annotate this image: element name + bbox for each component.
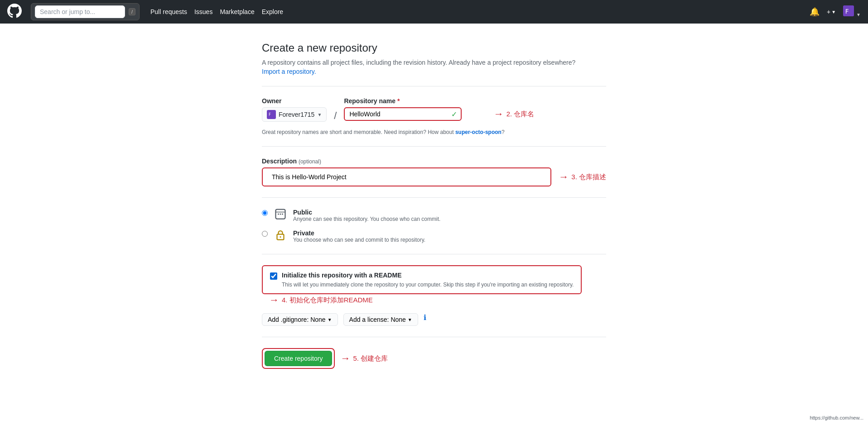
addons-row: Add .gitignore: None ▼ Add a license: No… (262, 313, 606, 326)
svg-text:F: F (845, 8, 849, 15)
nav-marketplace[interactable]: Marketplace (220, 8, 254, 15)
main-content: Create a new repository A repository con… (253, 42, 615, 369)
annotation-4: → 4. 初始化仓库时添加README (269, 294, 373, 306)
divider-5 (262, 337, 606, 337)
valid-checkmark-icon: ✓ (451, 110, 457, 119)
annotation-3: → 3. 仓库描述 (559, 171, 606, 183)
create-section: Create repository → 5. 创建仓库 (262, 348, 606, 369)
description-label: Description (optional) (262, 158, 321, 165)
visibility-section: Public Anyone can see this repository. Y… (262, 209, 606, 243)
gitignore-button[interactable]: Add .gitignore: None ▼ (262, 313, 338, 326)
nav-links: Pull requests Issues Marketplace Explore (150, 8, 283, 15)
page-title: Create a new repository (262, 42, 606, 54)
nav-explore[interactable]: Explore (262, 8, 283, 15)
public-desc: Anyone can see this repository. You choo… (293, 216, 440, 222)
private-option: Private You choose who can see and commi… (262, 229, 606, 243)
owner-label: Owner (262, 97, 327, 105)
divider-3 (262, 197, 606, 198)
svg-point-6 (280, 214, 281, 215)
gitignore-dropdown-icon: ▼ (328, 317, 332, 322)
private-option-text: Private You choose who can see and commi… (293, 229, 425, 243)
notifications-icon[interactable]: 🔔 (810, 7, 820, 17)
navbar-right: 🔔 + ▼ F ▼ (810, 5, 861, 19)
nav-issues[interactable]: Issues (194, 8, 212, 15)
private-label: Private (293, 229, 425, 237)
repo-name-group: Repository name * ✓ → 2. 仓库名 (344, 97, 462, 121)
required-indicator: * (397, 97, 400, 105)
owner-group: Owner F Forever1715 ▼ (262, 97, 327, 122)
license-dropdown-icon: ▼ (408, 317, 412, 322)
divider-2 (262, 146, 606, 147)
search-shortcut: / (129, 8, 135, 15)
private-desc: You choose who can see and commit to thi… (293, 237, 425, 243)
search-input[interactable] (35, 5, 125, 18)
repo-name-hint: Great repository names are short and mem… (262, 129, 606, 135)
public-radio[interactable] (262, 210, 268, 216)
owner-dropdown-icon: ▼ (317, 112, 322, 117)
github-logo-icon[interactable] (7, 4, 22, 20)
repo-name-input[interactable] (345, 108, 451, 120)
svg-point-5 (278, 214, 279, 215)
new-repo-icon[interactable]: + ▼ (827, 8, 836, 15)
svg-text:F: F (269, 113, 271, 117)
info-icon[interactable]: ℹ (424, 313, 426, 326)
owner-repo-row: Owner F Forever1715 ▼ / Repository name … (262, 97, 606, 122)
init-section: Initialize this repository with a README… (262, 265, 606, 306)
create-repository-button[interactable]: Create repository (265, 351, 332, 366)
navbar: / Pull requests Issues Marketplace Explo… (0, 0, 868, 24)
license-button[interactable]: Add a license: None ▼ (343, 313, 418, 326)
private-radio[interactable] (262, 231, 268, 237)
annotation-2: → 2. 仓库名 (494, 108, 535, 120)
public-label: Public (293, 209, 440, 216)
divider-4 (262, 254, 606, 254)
search-bar[interactable]: / (31, 3, 140, 20)
create-btn-wrapper: Create repository (262, 348, 335, 369)
owner-name: Forever1715 (279, 111, 314, 118)
owner-dropdown[interactable]: F Forever1715 ▼ (262, 107, 327, 122)
separator: / (334, 110, 337, 122)
description-group: Description (optional) → 3. 仓库描述 (262, 158, 606, 186)
public-icon (273, 209, 288, 222)
divider-1 (262, 86, 606, 86)
init-readme-checkbox[interactable] (270, 272, 277, 280)
public-option-text: Public Anyone can see this repository. Y… (293, 209, 440, 222)
repo-name-label: Repository name * (344, 97, 462, 105)
import-link[interactable]: Import a repository. (262, 68, 316, 75)
owner-avatar-icon: F (267, 110, 276, 119)
description-input[interactable] (267, 171, 546, 183)
nav-pull-requests[interactable]: Pull requests (150, 8, 187, 15)
description-box (262, 167, 551, 186)
suggestion-link[interactable]: super-octo-spoon (455, 129, 502, 135)
page-subtitle: A repository contains all project files,… (262, 59, 606, 66)
svg-point-10 (280, 236, 281, 238)
init-label: Initialize this repository with a README (282, 272, 401, 279)
init-desc: This will let you immediately clone the … (282, 282, 574, 288)
public-option: Public Anyone can see this repository. Y… (262, 209, 606, 222)
init-box: Initialize this repository with a README… (262, 265, 582, 294)
private-icon (273, 229, 288, 243)
user-avatar[interactable]: F ▼ (843, 5, 861, 19)
annotation-5: → 5. 创建仓库 (340, 353, 388, 364)
init-checkbox-row: Initialize this repository with a README (270, 272, 574, 280)
svg-point-7 (282, 214, 283, 215)
